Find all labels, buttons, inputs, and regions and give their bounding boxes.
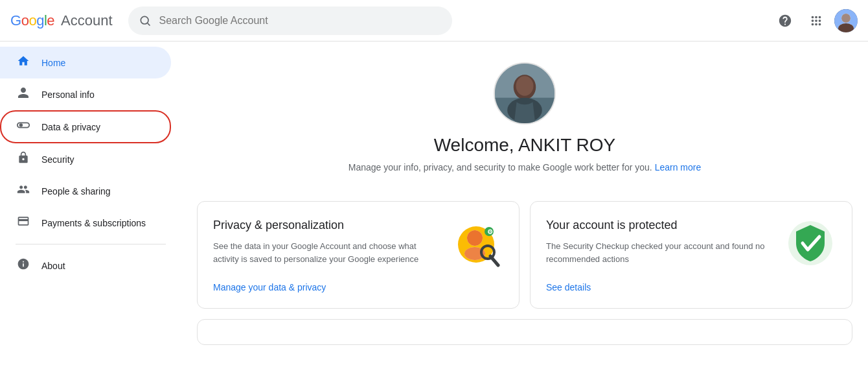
account-label: Account	[61, 12, 113, 29]
main-content: Welcome, ANKIT ROY Manage your info, pri…	[181, 42, 868, 369]
sidebar-label-payments: Payments & subscriptions	[41, 218, 146, 228]
svg-point-19	[467, 230, 483, 246]
shield-checkmark-icon	[784, 217, 836, 269]
welcome-heading: Welcome, ANKIT ROY	[434, 135, 616, 156]
lock-icon	[16, 151, 31, 167]
help-button[interactable]	[772, 8, 798, 34]
sidebar-label-personal-info: Personal info	[41, 89, 95, 100]
svg-point-8	[19, 123, 23, 127]
google-wordmark: Google	[10, 12, 54, 29]
info-icon	[16, 257, 31, 274]
sidebar-item-security[interactable]: Security	[0, 143, 171, 175]
svg-point-14	[516, 76, 534, 96]
sidebar-label-about: About	[41, 261, 65, 271]
google-logo: Google	[10, 12, 54, 29]
user-avatar[interactable]	[834, 9, 858, 32]
page-layout: Home Personal info Data & privacy Sec	[0, 42, 868, 369]
home-icon	[16, 54, 31, 71]
header: Google Account	[0, 0, 868, 42]
security-card-desc: The Security Checkup checked your accoun…	[546, 240, 774, 265]
sidebar-label-people-sharing: People & sharing	[41, 186, 111, 196]
privacy-manage-link[interactable]: Manage your data & privacy	[213, 282, 503, 292]
sidebar-item-data-privacy[interactable]: Data & privacy	[0, 110, 171, 143]
svg-point-5	[841, 14, 851, 23]
bottom-partial-card	[197, 319, 852, 345]
logo-area: Google Account	[10, 12, 113, 29]
privacy-card-desc: See the data in your Google Account and …	[213, 240, 441, 265]
sidebar-item-people-sharing[interactable]: People & sharing	[0, 175, 171, 207]
security-card: Your account is protected The Security C…	[530, 201, 852, 309]
search-icon	[139, 14, 152, 27]
profile-photo	[495, 62, 554, 125]
privacy-illustration: ⚙	[451, 217, 503, 269]
cards-row: Privacy & personalization See the data i…	[197, 201, 852, 309]
avatar-silhouette	[834, 9, 858, 32]
people-icon	[16, 183, 31, 199]
search-input[interactable]	[159, 15, 442, 27]
security-card-top: Your account is protected The Security C…	[546, 217, 836, 269]
header-actions	[772, 8, 858, 34]
privacy-card: Privacy & personalization See the data i…	[197, 201, 520, 309]
sidebar-item-personal-info[interactable]: Personal info	[0, 78, 171, 110]
card-icon	[16, 215, 31, 231]
sidebar-item-payments[interactable]: Payments & subscriptions	[0, 207, 171, 239]
sidebar-item-about[interactable]: About	[0, 250, 171, 281]
apps-icon	[809, 14, 823, 28]
profile-avatar	[494, 62, 556, 125]
learn-more-link[interactable]: Learn more	[655, 162, 702, 173]
svg-text:⚙: ⚙	[487, 228, 493, 235]
security-see-details-link[interactable]: See details	[546, 282, 836, 292]
sidebar-item-home[interactable]: Home	[0, 47, 171, 78]
privacy-card-title: Privacy & personalization	[213, 217, 441, 233]
apps-button[interactable]	[803, 8, 829, 34]
sidebar: Home Personal info Data & privacy Sec	[0, 42, 181, 369]
search-bar[interactable]	[128, 6, 452, 35]
avatar-image	[834, 9, 858, 32]
toggle-icon	[16, 118, 31, 136]
person-icon	[16, 86, 31, 102]
privacy-card-top: Privacy & personalization See the data i…	[213, 217, 503, 269]
sidebar-label-data-privacy: Data & privacy	[41, 122, 100, 132]
sidebar-label-security: Security	[41, 154, 74, 165]
sidebar-divider	[16, 244, 166, 244]
security-card-title: Your account is protected	[546, 217, 774, 233]
subtitle-text: Manage your info, privacy, and security …	[348, 162, 701, 173]
svg-point-0	[141, 16, 148, 24]
profile-section: Welcome, ANKIT ROY Manage your info, pri…	[197, 42, 852, 188]
svg-line-1	[147, 23, 150, 25]
help-icon	[778, 14, 792, 28]
sidebar-label-home: Home	[41, 58, 65, 68]
